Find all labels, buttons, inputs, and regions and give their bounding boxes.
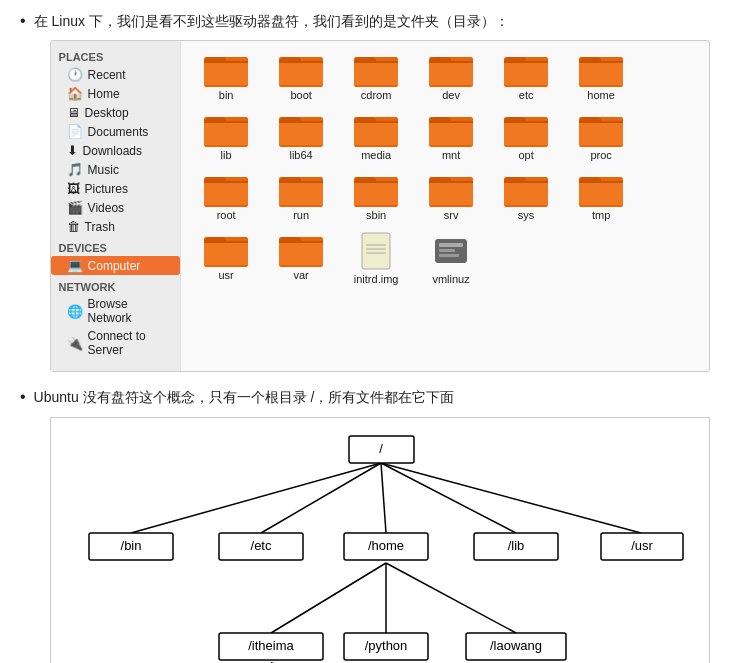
sidebar-desktop-label: Desktop — [85, 106, 129, 120]
svg-rect-13 — [354, 61, 398, 85]
svg-rect-43 — [354, 121, 398, 145]
sidebar-item-desktop[interactable]: 🖥 Desktop — [51, 103, 180, 122]
folder-item[interactable]: var — [264, 231, 339, 285]
sidebar-item-home[interactable]: 🏠 Home — [51, 84, 180, 103]
svg-rect-9 — [279, 61, 323, 63]
folder-item[interactable]: sbin — [339, 171, 414, 221]
folder-item[interactable]: tmp — [564, 171, 639, 221]
sidebar-item-downloads[interactable]: ⬇ Downloads — [51, 141, 180, 160]
svg-rect-48 — [429, 121, 473, 145]
sidebar-item-computer[interactable]: 💻 Computer — [51, 256, 180, 275]
svg-rect-99 — [279, 241, 323, 243]
folder-item[interactable]: cdrom — [339, 51, 414, 101]
svg-rect-28 — [579, 61, 623, 85]
svg-rect-98 — [279, 241, 323, 265]
folder-item[interactable]: dev — [414, 51, 489, 101]
sidebar-item-videos[interactable]: 🎬 Videos — [51, 198, 180, 217]
folder-icon — [504, 111, 548, 147]
svg-rect-94 — [204, 241, 248, 243]
sidebar-downloads-label: Downloads — [83, 144, 142, 158]
folder-item[interactable]: media — [339, 111, 414, 161]
sidebar-item-recent[interactable]: 🕐 Recent — [51, 65, 180, 84]
section1-text: 在 Linux 下，我们是看不到这些驱动器盘符，我们看到的是文件夹（目录）： — [34, 13, 509, 29]
folder-item[interactable]: srv — [414, 171, 489, 221]
folder-item[interactable]: lib — [189, 111, 264, 161]
sidebar-item-connect-server[interactable]: 🔌 Connect to Server — [51, 327, 180, 359]
svg-rect-24 — [504, 61, 548, 63]
folder-item[interactable]: proc — [564, 111, 639, 161]
svg-line-108 — [131, 463, 381, 533]
svg-text:/bin: /bin — [120, 538, 141, 553]
svg-rect-38 — [279, 121, 323, 145]
svg-line-115 — [386, 563, 516, 633]
network-group: Network 🌐 Browse Network 🔌 Connect to Se… — [51, 279, 180, 359]
svg-rect-107 — [439, 254, 459, 257]
sidebar-recent-label: Recent — [88, 68, 126, 82]
folder-label: root — [217, 209, 236, 221]
trash-icon: 🗑 — [67, 219, 80, 234]
folder-label: tmp — [592, 209, 610, 221]
folder-label: dev — [442, 89, 460, 101]
folder-item[interactable]: etc — [489, 51, 564, 101]
documents-icon: 📄 — [67, 124, 83, 139]
folder-label: mnt — [442, 149, 460, 161]
music-icon: 🎵 — [67, 162, 83, 177]
folder-label: sys — [518, 209, 535, 221]
folder-label: proc — [590, 149, 611, 161]
svg-rect-34 — [204, 121, 248, 123]
svg-line-112 — [381, 463, 641, 533]
folder-label: lib64 — [289, 149, 312, 161]
sidebar-item-browse-network[interactable]: 🌐 Browse Network — [51, 295, 180, 327]
file-item-vmlinuz[interactable]: vmlinuz — [414, 231, 489, 285]
svg-rect-59 — [579, 121, 623, 123]
places-group: Places 🕐 Recent 🏠 Home 🖥 Desktop 📄 — [51, 49, 180, 236]
svg-text:/python: /python — [364, 638, 407, 653]
svg-line-111 — [381, 463, 516, 533]
sidebar-pictures-label: Pictures — [85, 182, 128, 196]
folder-item[interactable]: lib64 — [264, 111, 339, 161]
folder-label: cdrom — [361, 89, 392, 101]
file-item-initrd[interactable]: initrd.img — [339, 231, 414, 285]
sidebar-browse-network-label: Browse Network — [88, 297, 172, 325]
folder-item[interactable]: run — [264, 171, 339, 221]
folder-item[interactable]: usr — [189, 231, 264, 285]
folder-item[interactable]: home — [564, 51, 639, 101]
svg-line-109 — [261, 463, 381, 533]
places-label: Places — [51, 49, 180, 65]
svg-rect-68 — [279, 181, 323, 205]
devices-label: Devices — [51, 240, 180, 256]
sidebar-item-documents[interactable]: 📄 Documents — [51, 122, 180, 141]
svg-rect-23 — [504, 61, 548, 85]
file-manager: Places 🕐 Recent 🏠 Home 🖥 Desktop 📄 — [50, 40, 710, 372]
svg-text:/laowang: /laowang — [490, 638, 542, 653]
folder-icon — [504, 171, 548, 207]
folder-icon — [579, 111, 623, 147]
folder-icon — [279, 111, 323, 147]
recent-icon: 🕐 — [67, 67, 83, 82]
sidebar-item-music[interactable]: 🎵 Music — [51, 160, 180, 179]
folder-icon — [429, 171, 473, 207]
folder-item[interactable]: bin — [189, 51, 264, 101]
folder-item[interactable]: root — [189, 171, 264, 221]
folder-label: usr — [218, 269, 233, 281]
folder-item[interactable]: opt — [489, 111, 564, 161]
folder-label: sbin — [366, 209, 386, 221]
svg-rect-44 — [354, 121, 398, 123]
videos-icon: 🎬 — [67, 200, 83, 215]
folder-label: opt — [518, 149, 533, 161]
svg-text:/etc: /etc — [250, 538, 271, 553]
sidebar-trash-label: Trash — [85, 220, 115, 234]
sidebar-computer-label: Computer — [88, 259, 141, 273]
svg-rect-105 — [439, 243, 463, 247]
svg-rect-84 — [504, 181, 548, 183]
sidebar-item-trash[interactable]: 🗑 Trash — [51, 217, 180, 236]
folder-item[interactable]: boot — [264, 51, 339, 101]
folder-item[interactable]: sys — [489, 171, 564, 221]
svg-text:/home: /home — [368, 538, 404, 553]
folder-item[interactable]: mnt — [414, 111, 489, 161]
folder-icon — [204, 231, 248, 267]
svg-rect-49 — [429, 121, 473, 123]
svg-rect-93 — [204, 241, 248, 265]
svg-text:/itheima: /itheima — [248, 638, 294, 653]
sidebar-item-pictures[interactable]: 🖼 Pictures — [51, 179, 180, 198]
